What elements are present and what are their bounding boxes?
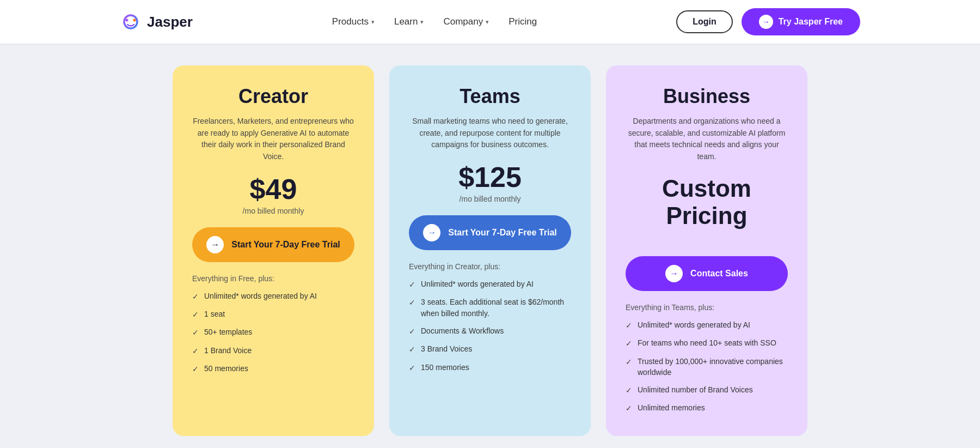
check-icon: ✓ bbox=[626, 356, 632, 367]
navbar: Jasper Products ▾ Learn ▾ Company ▾ Pric… bbox=[0, 0, 980, 44]
try-jasper-arrow-icon: → bbox=[759, 15, 773, 29]
nav-learn[interactable]: Learn ▾ bbox=[394, 16, 424, 27]
business-cta-arrow-icon: → bbox=[665, 265, 683, 282]
check-icon: ✓ bbox=[409, 279, 415, 290]
pricing-section: Creator Freelancers, Marketers, and entr… bbox=[0, 44, 980, 448]
creator-description: Freelancers, Marketers, and entrepreneur… bbox=[192, 116, 354, 163]
list-item: ✓ 3 seats. Each additional seat is $62/m… bbox=[409, 296, 571, 319]
teams-description: Small marketing teams who need to genera… bbox=[409, 116, 571, 151]
svg-point-0 bbox=[120, 11, 142, 33]
nav-products[interactable]: Products ▾ bbox=[332, 16, 375, 27]
teams-price-sub: /mo billed monthly bbox=[409, 195, 571, 203]
creator-card: Creator Freelancers, Marketers, and entr… bbox=[173, 65, 374, 436]
logo-text: Jasper bbox=[147, 14, 193, 31]
business-price-sub bbox=[626, 233, 788, 244]
check-icon: ✓ bbox=[192, 364, 199, 374]
teams-cta-arrow-icon: → bbox=[423, 224, 440, 241]
check-icon: ✓ bbox=[626, 385, 632, 396]
nav-pricing[interactable]: Pricing bbox=[509, 16, 537, 27]
business-description: Departments and organizations who need a… bbox=[626, 116, 788, 163]
logo[interactable]: Jasper bbox=[120, 11, 193, 33]
check-icon: ✓ bbox=[409, 326, 415, 337]
list-item: ✓ Trusted by 100,000+ innovative compani… bbox=[626, 356, 788, 378]
check-icon: ✓ bbox=[192, 327, 199, 338]
svg-point-2 bbox=[126, 19, 128, 22]
list-item: ✓ 50 memories bbox=[192, 363, 354, 374]
check-icon: ✓ bbox=[409, 297, 415, 308]
list-item: ✓ 150 memories bbox=[409, 362, 571, 373]
teams-cta-button[interactable]: → Start Your 7-Day Free Trial bbox=[409, 215, 571, 250]
check-icon: ✓ bbox=[626, 320, 632, 331]
list-item: ✓ 1 Brand Voice bbox=[192, 345, 354, 356]
creator-title: Creator bbox=[192, 85, 354, 108]
business-card: Business Departments and organizations w… bbox=[606, 65, 807, 436]
teams-features-intro: Everything in Creator, plus: bbox=[409, 262, 571, 271]
check-icon: ✓ bbox=[192, 309, 199, 320]
business-price: CustomPricing bbox=[626, 175, 788, 230]
try-jasper-button[interactable]: → Try Jasper Free bbox=[742, 8, 860, 35]
creator-price-sub: /mo billed monthly bbox=[192, 207, 354, 215]
check-icon: ✓ bbox=[409, 344, 415, 355]
creator-price: $49 bbox=[192, 175, 354, 203]
nav-links: Products ▾ Learn ▾ Company ▾ Pricing bbox=[332, 16, 537, 27]
list-item: ✓ 1 seat bbox=[192, 308, 354, 320]
company-chevron-icon: ▾ bbox=[486, 19, 489, 26]
list-item: ✓ Unlimited* words generated by AI bbox=[409, 279, 571, 290]
business-features-list: ✓ Unlimited* words generated by AI ✓ For… bbox=[626, 319, 788, 414]
list-item: ✓ Unlimited number of Brand Voices bbox=[626, 384, 788, 396]
check-icon: ✓ bbox=[409, 362, 415, 373]
svg-point-3 bbox=[133, 19, 136, 22]
list-item: ✓ Unlimited* words generated by AI bbox=[626, 319, 788, 331]
list-item: ✓ 50+ templates bbox=[192, 326, 354, 338]
products-chevron-icon: ▾ bbox=[371, 19, 375, 26]
business-cta-button[interactable]: → Contact Sales bbox=[626, 256, 788, 291]
jasper-logo-icon bbox=[120, 11, 142, 33]
creator-cta-arrow-icon: → bbox=[206, 236, 224, 253]
check-icon: ✓ bbox=[192, 346, 199, 356]
creator-features-intro: Everything in Free, plus: bbox=[192, 274, 354, 283]
learn-chevron-icon: ▾ bbox=[420, 19, 424, 26]
login-button[interactable]: Login bbox=[676, 10, 733, 33]
nav-company[interactable]: Company ▾ bbox=[443, 16, 489, 27]
nav-actions: Login → Try Jasper Free bbox=[676, 8, 860, 35]
teams-features-list: ✓ Unlimited* words generated by AI ✓ 3 s… bbox=[409, 279, 571, 373]
check-icon: ✓ bbox=[192, 291, 199, 302]
list-item: ✓ Documents & Workflows bbox=[409, 325, 571, 337]
list-item: ✓ For teams who need 10+ seats with SSO bbox=[626, 337, 788, 349]
creator-features-list: ✓ Unlimited* words generated by AI ✓ 1 s… bbox=[192, 290, 354, 374]
teams-price: $125 bbox=[409, 163, 571, 191]
check-icon: ✓ bbox=[626, 403, 632, 414]
teams-card: Teams Small marketing teams who need to … bbox=[389, 65, 591, 436]
business-title: Business bbox=[626, 85, 788, 108]
teams-title: Teams bbox=[409, 85, 571, 108]
list-item: ✓ Unlimited* words generated by AI bbox=[192, 290, 354, 302]
list-item: ✓ Unlimited memories bbox=[626, 402, 788, 414]
check-icon: ✓ bbox=[626, 338, 632, 349]
business-features-intro: Everything in Teams, plus: bbox=[626, 303, 788, 312]
creator-cta-button[interactable]: → Start Your 7-Day Free Trial bbox=[192, 227, 354, 262]
list-item: ✓ 3 Brand Voices bbox=[409, 343, 571, 355]
